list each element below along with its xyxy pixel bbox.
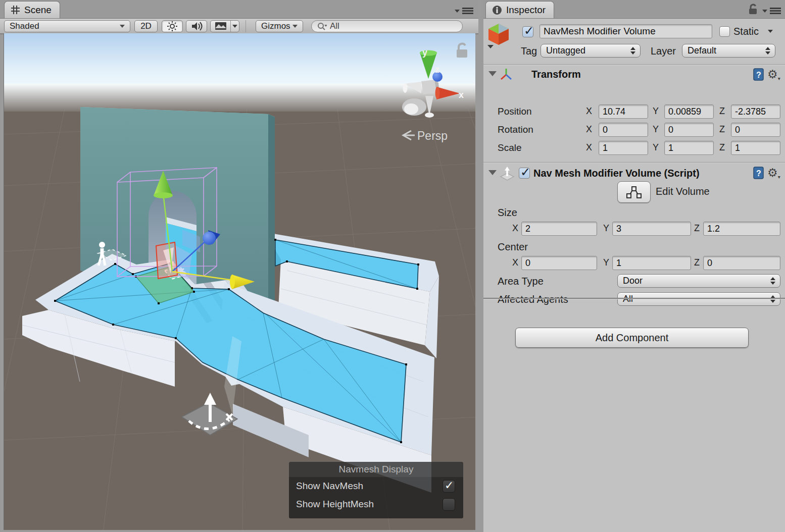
info-icon [492,5,502,15]
axis-y-label: y [422,47,427,58]
scene-viewport[interactable]: y z x Persp Navmesh Display [4,33,475,530]
scene-panel-menu[interactable] [455,7,473,15]
rotation-y-field[interactable] [664,123,714,137]
affected-agents-value: All [623,294,633,304]
inspector-menu-hamburger-icon [770,7,781,15]
scene-audio-toggle[interactable] [186,20,207,32]
rotation-x-field[interactable] [599,123,648,137]
shading-mode-dropdown[interactable]: Shaded [4,20,130,32]
scale-x-field[interactable] [599,141,648,155]
scene-toolbar: Shaded 2D [0,19,478,34]
tag-label: Tag [521,45,537,57]
persp-label: Persp [417,129,448,142]
scale-z-field[interactable] [731,141,780,155]
navmesh-display-overlay: Navmesh Display Show NavMesh Show Height… [289,462,463,518]
affected-agents-label: Affected Agents [498,294,568,305]
search-icon [317,22,327,31]
transform-icon [500,68,513,81]
axis-y: Y [653,142,659,153]
gear-icon[interactable]: ⚙▾ [767,166,780,180]
help-icon[interactable]: ? [753,166,765,179]
toolbar-separator [246,20,246,32]
size-x-field[interactable] [521,222,597,236]
modifier-foldout[interactable] [488,170,497,175]
add-component-button[interactable]: Add Component [515,328,749,348]
lock-icon[interactable] [748,4,759,15]
layer-label: Layer [651,45,676,57]
add-component-label: Add Component [596,332,669,344]
show-heightmesh-checkbox[interactable] [443,498,455,511]
modifier-title: Nav Mesh Modifier Volume (Script) [533,168,700,179]
scene-3d-render: y z x Persp [4,33,475,530]
affected-agents-dropdown[interactable]: All [617,292,780,306]
rotation-z-field[interactable] [731,123,780,137]
center-z-field[interactable] [703,256,780,270]
gameobject-cube-icon[interactable] [486,23,512,49]
axis-y: Y [603,257,609,268]
center-x-field[interactable] [521,256,597,270]
chevron-down-icon [292,25,298,28]
axis-y: Y [653,124,659,135]
inspector-panel-menu[interactable] [762,7,781,15]
area-type-value: Door [623,276,643,286]
axis-z: Z [719,124,725,135]
layer-value: Default [688,45,716,56]
updown-arrows-icon [765,47,770,55]
scale-label: Scale [498,142,522,153]
axis-z: Z [719,106,725,117]
show-heightmesh-row: Show HeightMesh [289,495,463,513]
scene-search-field[interactable] [311,20,463,32]
navmesh-modifier-icon [500,166,515,181]
scene-tab-label: Scene [24,5,52,16]
edit-volume-icon [626,186,642,199]
rotation-label: Rotation [498,124,533,135]
gameobject-active-checkbox[interactable] [522,26,533,37]
scene-tabstrip: Scene [0,0,478,19]
gear-icon[interactable]: ⚙▾ [767,68,780,81]
search-input[interactable] [329,21,442,32]
axis-z: Z [694,223,700,234]
tab-scene[interactable]: Scene [4,1,60,18]
modifier-enabled-checkbox[interactable] [519,168,530,179]
axis-x: X [512,223,518,234]
updown-arrows-icon [770,277,775,285]
scene-effects-dropdown[interactable] [210,20,239,32]
scale-y-field[interactable] [664,141,714,155]
edit-volume-button[interactable] [617,181,651,203]
gameobject-name-field[interactable] [539,24,712,38]
position-x-field[interactable] [599,104,648,119]
tag-dropdown[interactable]: Untagged [541,44,641,58]
updown-arrows-icon [630,47,635,55]
static-checkbox[interactable] [719,26,730,37]
image-effects-icon [211,21,230,32]
2d-toggle-button[interactable]: 2D [134,20,158,32]
layer-dropdown[interactable]: Default [682,44,775,58]
inspector-menu-caret-icon [762,10,767,13]
scene-lighting-toggle[interactable] [162,20,183,32]
position-z-field[interactable] [731,104,780,119]
axis-x: X [512,257,518,268]
area-type-dropdown[interactable]: Door [617,274,780,288]
transform-foldout[interactable] [488,71,497,76]
gizmos-label: Gizmos [261,21,290,31]
svg-text:?: ? [756,71,761,79]
gizmos-dropdown[interactable]: Gizmos [256,20,303,32]
show-navmesh-row: Show NavMesh [289,477,463,495]
chevron-down-icon [120,25,125,28]
help-icon[interactable]: ? [753,68,765,81]
size-z-field[interactable] [703,222,780,236]
axis-x: X [586,142,592,153]
orientation-cube[interactable] [421,80,436,94]
axis-x-label: x [459,90,464,100]
position-y-field[interactable] [664,104,714,119]
updown-arrows-icon [770,295,775,303]
show-navmesh-checkbox[interactable] [443,480,455,493]
gizmo-z-handle[interactable] [203,232,216,245]
tag-value: Untagged [546,45,585,56]
inspector-body: Static Tag Untagged Layer Default Transf… [483,19,785,532]
tab-inspector[interactable]: Inspector [485,1,554,18]
center-y-field[interactable] [612,256,691,270]
size-y-field[interactable] [612,222,691,236]
static-dropdown-caret[interactable] [768,30,773,33]
scene-panel: Scene Shaded 2D [0,0,478,532]
